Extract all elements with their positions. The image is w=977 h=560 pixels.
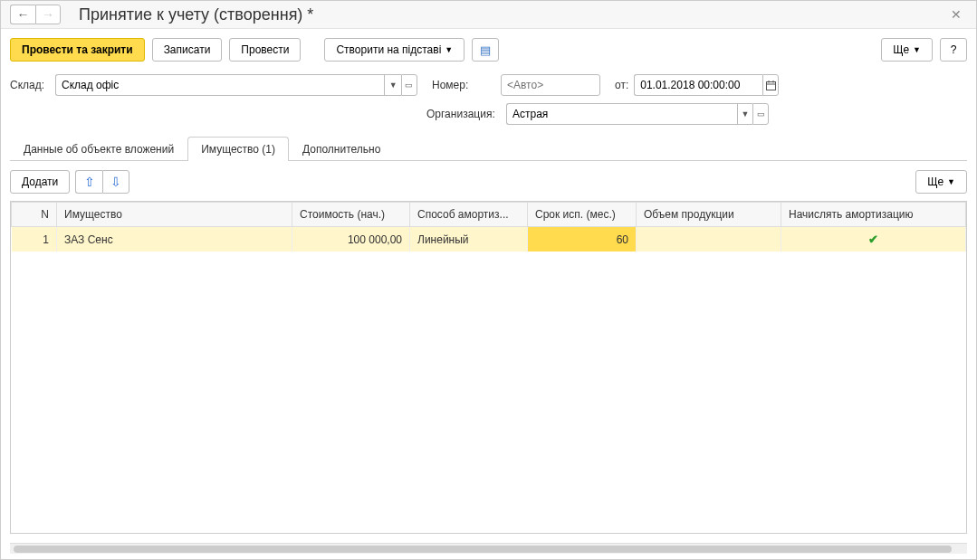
col-header-accrue[interactable]: Начислять амортизацию	[781, 203, 966, 227]
tab-object-data[interactable]: Данные об объекте вложений	[10, 137, 187, 161]
post-button[interactable]: Провести	[229, 38, 301, 62]
nav-forward-button: →	[35, 5, 61, 24]
from-label: от:	[615, 79, 628, 91]
cell-volume[interactable]	[637, 227, 781, 252]
cell-amort[interactable]: Линейный	[410, 227, 528, 252]
close-icon[interactable]: ✕	[945, 5, 967, 24]
calendar-icon[interactable]	[762, 74, 779, 96]
tab-additional[interactable]: Дополнительно	[289, 137, 394, 161]
table-row[interactable]: 1 ЗАЗ Сенс 100 000,00 Линейный 60 ✔	[12, 227, 966, 252]
col-header-n[interactable]: N	[12, 203, 57, 227]
warehouse-label: Склад:	[10, 79, 50, 91]
chevron-down-icon: ▼	[913, 45, 921, 54]
add-row-button[interactable]: Додати	[10, 170, 70, 194]
col-header-property[interactable]: Имущество	[57, 203, 292, 227]
create-based-label: Створити на підставі	[336, 43, 441, 56]
number-label: Номер:	[432, 79, 495, 91]
org-label: Организация:	[426, 108, 501, 120]
svg-rect-0	[766, 81, 775, 90]
help-button[interactable]: ?	[940, 38, 967, 62]
horizontal-scrollbar[interactable]	[10, 543, 967, 554]
table-more-button[interactable]: Ще ▼	[915, 170, 967, 194]
table-more-label: Ще	[927, 176, 943, 188]
date-input[interactable]	[634, 74, 762, 96]
create-based-on-button[interactable]: Створити на підставі ▼	[324, 38, 465, 62]
scrollbar-thumb[interactable]	[14, 546, 952, 553]
warehouse-input[interactable]	[55, 74, 384, 96]
dropdown-icon[interactable]: ▼	[384, 74, 400, 96]
nav-back-button[interactable]: ←	[10, 5, 35, 24]
more-label: Ще	[893, 43, 909, 56]
document-icon-button[interactable]: ▤	[472, 38, 499, 62]
more-button[interactable]: Ще ▼	[881, 38, 933, 62]
cell-accrue[interactable]: ✔	[781, 227, 966, 252]
document-icon: ▤	[480, 43, 491, 57]
open-icon[interactable]: ▭	[401, 74, 417, 96]
arrow-up-icon: ⇧	[84, 175, 95, 189]
chevron-down-icon: ▼	[947, 177, 955, 186]
org-input[interactable]	[506, 103, 737, 125]
cell-cost[interactable]: 100 000,00	[292, 227, 410, 252]
save-button[interactable]: Записати	[152, 38, 223, 62]
cell-n[interactable]: 1	[12, 227, 57, 252]
cell-property[interactable]: ЗАЗ Сенс	[57, 227, 292, 252]
arrow-down-icon: ⇩	[110, 175, 121, 189]
chevron-down-icon: ▼	[445, 45, 453, 54]
check-icon: ✔	[868, 233, 878, 246]
col-header-cost[interactable]: Стоимость (нач.)	[292, 203, 410, 227]
page-title: Принятие к учету (створення) *	[79, 5, 945, 24]
cell-term[interactable]: 60	[528, 227, 637, 252]
tab-property[interactable]: Имущество (1)	[187, 137, 289, 161]
open-icon[interactable]: ▭	[752, 103, 769, 125]
col-header-term[interactable]: Срок исп. (мес.)	[528, 203, 637, 227]
col-header-amort[interactable]: Способ амортиз...	[410, 203, 528, 227]
col-header-volume[interactable]: Объем продукции	[637, 203, 781, 227]
move-down-button[interactable]: ⇩	[102, 170, 129, 194]
move-up-button[interactable]: ⇧	[75, 170, 102, 194]
post-and-close-button[interactable]: Провести та закрити	[10, 38, 145, 62]
dropdown-icon[interactable]: ▼	[737, 103, 753, 125]
number-input[interactable]	[501, 74, 600, 96]
